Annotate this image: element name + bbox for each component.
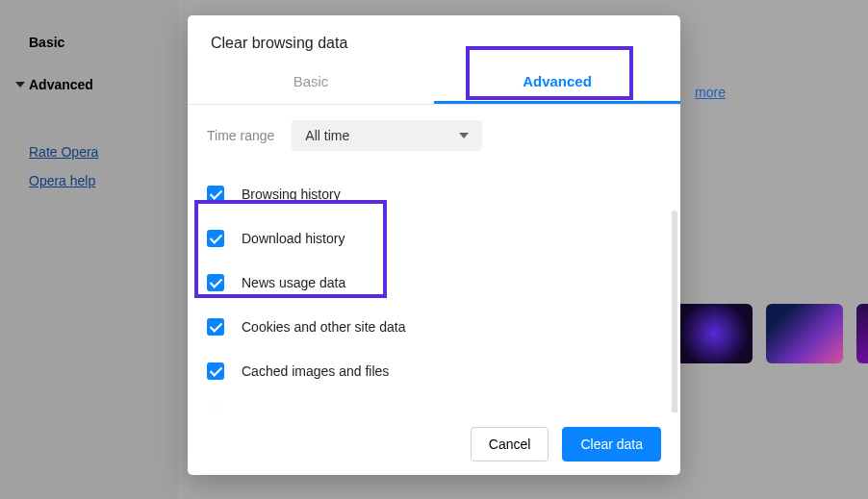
option-download-history[interactable]: Download history — [207, 216, 657, 261]
clear-browsing-data-dialog: Clear browsing data Basic Advanced Time … — [188, 15, 680, 475]
checkbox-icon[interactable] — [207, 318, 224, 336]
wallpaper-thumb[interactable] — [676, 304, 753, 363]
checkbox-icon[interactable] — [207, 230, 224, 247]
option-cached-images[interactable]: Cached images and files — [207, 349, 657, 393]
wallpaper-thumb[interactable] — [856, 304, 868, 363]
option-browsing-history[interactable]: Browsing history — [207, 172, 657, 216]
time-range-select[interactable]: All time — [292, 120, 482, 151]
tab-advanced[interactable]: Advanced — [434, 60, 680, 104]
checkbox-icon[interactable] — [207, 407, 224, 412]
cancel-button[interactable]: Cancel — [471, 427, 549, 462]
option-label: Cookies and other site data — [242, 319, 405, 335]
option-label: News usage data — [242, 275, 345, 290]
clear-data-button[interactable]: Clear data — [562, 427, 661, 462]
wallpaper-thumb[interactable] — [766, 304, 843, 363]
scrollbar[interactable] — [672, 211, 677, 412]
option-cookies[interactable]: Cookies and other site data — [207, 305, 657, 349]
checkbox-icon[interactable] — [207, 362, 224, 380]
tab-basic[interactable]: Basic — [188, 60, 434, 104]
option-label: Download history — [242, 231, 345, 246]
dialog-body: Time range All time Browsing history Dow… — [188, 105, 680, 412]
wallpaper-thumbnails — [676, 304, 868, 363]
checkbox-icon[interactable] — [207, 186, 224, 203]
option-label: Cached images and files — [242, 363, 389, 379]
time-range-value: All time — [305, 128, 349, 143]
dialog-title: Clear browsing data — [188, 15, 680, 60]
chevron-down-icon — [459, 133, 469, 138]
option-news-usage-data[interactable]: News usage data — [207, 261, 657, 305]
dialog-tabs: Basic Advanced — [188, 60, 680, 105]
checkbox-icon[interactable] — [207, 274, 224, 291]
learn-more-link[interactable]: more — [695, 85, 726, 100]
option-passwords[interactable] — [207, 393, 657, 412]
time-range-label: Time range — [207, 128, 274, 143]
dialog-footer: Cancel Clear data — [188, 412, 680, 475]
option-label: Browsing history — [242, 187, 341, 202]
